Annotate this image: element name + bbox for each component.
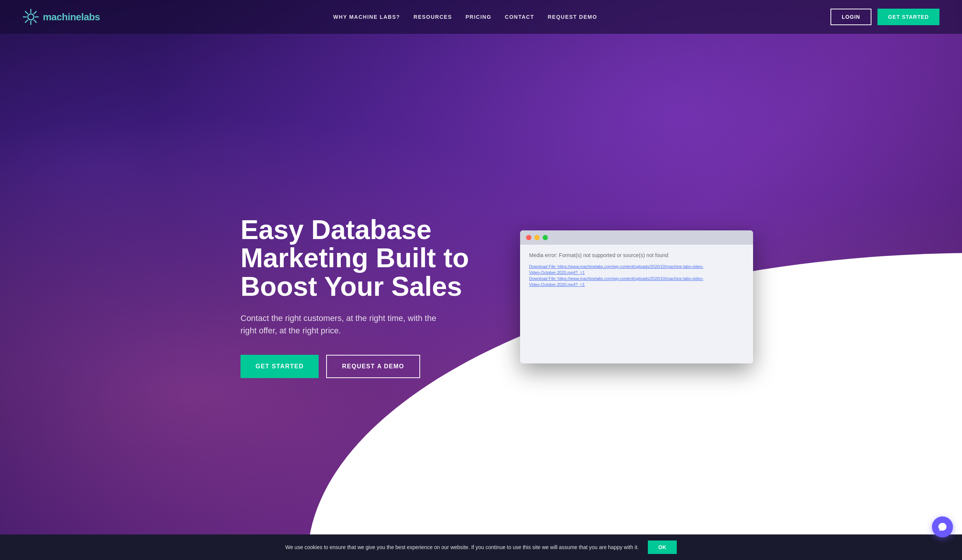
hero-heading: Easy Database Marketing Built to Boost Y… — [240, 216, 505, 301]
logo-icon — [23, 9, 39, 25]
media-link-2[interactable]: Download File: https://www.machinelabs.c… — [529, 276, 744, 281]
nav-actions: LOGIN GET STARTED — [830, 9, 939, 25]
window-dot-red — [526, 235, 531, 240]
nav-link-why[interactable]: WHY MACHINE LABS? — [333, 14, 400, 20]
svg-line-6 — [34, 20, 36, 23]
video-window: Media error: Format(s) not supported or … — [520, 231, 753, 363]
nav-link-resources[interactable]: RESOURCES — [414, 14, 452, 20]
hero-subheading: Contact the right customers, at the righ… — [240, 312, 451, 337]
media-link-3[interactable]: Video-October-2020.mp4?_=1 — [529, 282, 744, 287]
hero-section: Easy Database Marketing Built to Boost Y… — [0, 0, 962, 560]
navbar: machinelabs WHY MACHINE LABS? RESOURCES … — [0, 0, 962, 34]
nav-link-request-demo[interactable]: REQUEST DEMO — [547, 14, 597, 20]
window-dot-yellow — [534, 235, 540, 240]
get-started-button[interactable]: GET STARTED — [240, 355, 319, 378]
hero-right: Media error: Format(s) not supported or … — [520, 231, 753, 363]
nav-link-contact[interactable]: CONTACT — [505, 14, 534, 20]
media-error-text: Media error: Format(s) not supported or … — [529, 252, 744, 258]
nav-links: WHY MACHINE LABS? RESOURCES PRICING CONT… — [333, 14, 597, 20]
chat-icon — [938, 522, 947, 532]
media-link-0[interactable]: Download File: https://www.machinelabs.c… — [529, 264, 744, 269]
cookie-bar: We use cookies to ensure that we give yo… — [0, 534, 962, 560]
svg-line-8 — [26, 20, 28, 23]
request-demo-button[interactable]: REQUEST A DEMO — [326, 355, 420, 378]
hero-left: Easy Database Marketing Built to Boost Y… — [240, 216, 505, 378]
svg-point-0 — [28, 14, 34, 20]
login-button[interactable]: LOGIN — [830, 9, 872, 25]
media-link-1[interactable]: Video-October-2020.mp4?_=1 — [529, 270, 744, 275]
hero-content: Easy Database Marketing Built to Boost Y… — [218, 193, 744, 401]
chat-button[interactable] — [932, 516, 953, 537]
window-dot-green — [542, 235, 548, 240]
svg-line-5 — [26, 12, 28, 14]
cookie-text: We use cookies to ensure that we give yo… — [285, 544, 639, 550]
logo-text: machinelabs — [43, 11, 100, 23]
svg-line-7 — [34, 12, 36, 14]
cookie-ok-button[interactable]: OK — [648, 541, 677, 554]
get-started-nav-button[interactable]: GET STARTED — [878, 9, 939, 25]
nav-link-pricing[interactable]: PRICING — [466, 14, 492, 20]
hero-buttons: GET STARTED REQUEST A DEMO — [240, 355, 505, 378]
window-body: Media error: Format(s) not supported or … — [520, 245, 753, 363]
window-titlebar — [520, 231, 753, 245]
logo[interactable]: machinelabs — [23, 9, 100, 25]
